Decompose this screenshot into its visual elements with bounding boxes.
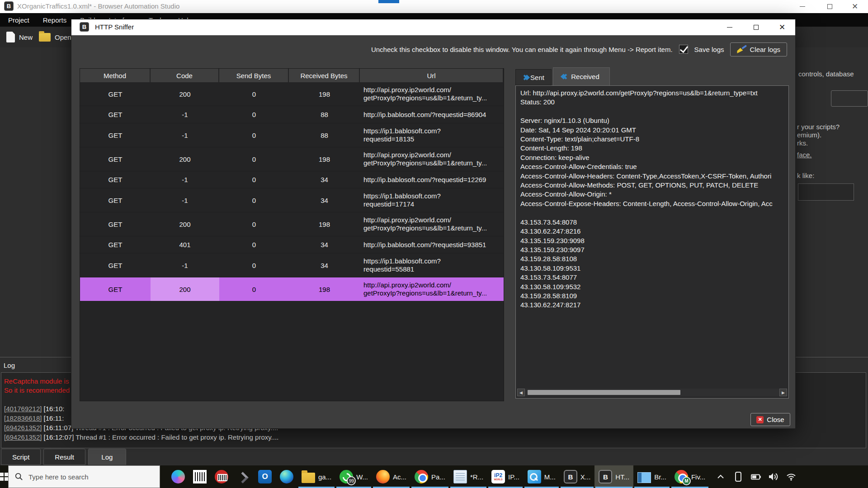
- log-entry-text: [16:11:: [42, 414, 64, 422]
- log-entry: [694261352] [16:12:07] Thread #1 : Error…: [4, 432, 278, 442]
- taskbar-app-edge[interactable]: [276, 465, 297, 488]
- cell-method: GET: [80, 106, 151, 123]
- response-text[interactable]: Url: http://api.proxy.ip2world.com/getPr…: [520, 89, 788, 386]
- window-icon: [637, 472, 651, 483]
- taskbar-app-ip2world[interactable]: IP...: [487, 465, 524, 488]
- taskbar-app-whatsapp[interactable]: 99W...: [335, 465, 372, 488]
- tab-log[interactable]: Log: [88, 449, 126, 465]
- app-label: Ac...: [393, 473, 406, 481]
- cell-code: -1: [151, 171, 219, 188]
- taskbar-app-firefox[interactable]: Ac...: [372, 465, 410, 488]
- save-logs-checkbox[interactable]: [679, 45, 688, 54]
- table-row[interactable]: GET2000198http://api.proxy.ip2world.com/…: [80, 147, 504, 171]
- phone-link-icon[interactable]: [733, 471, 743, 483]
- volume-icon[interactable]: [769, 471, 778, 483]
- table-header-row: MethodCodeSend BytesReceived BytesUrl: [80, 69, 504, 82]
- background-text-fragment: k like:: [797, 172, 814, 179]
- taskbar-app-chrome-m[interactable]: MFiv...: [670, 465, 709, 488]
- background-text-fragment: emium).: [797, 131, 821, 139]
- cell-url: http://ip.bablosoft.com/?requestid=86904: [360, 106, 504, 123]
- taskbar-app-bas[interactable]: HT...: [594, 465, 633, 488]
- tab-sent[interactable]: Sent: [515, 69, 552, 85]
- dialog-titlebar[interactable]: B HTTP Sniffer ✕: [71, 19, 795, 35]
- column-header-received[interactable]: Received Bytes: [289, 69, 360, 82]
- maximize-button[interactable]: [819, 0, 840, 13]
- table-row[interactable]: GET-1034http://ip.bablosoft.com/?request…: [80, 171, 504, 188]
- scrollbar-thumb[interactable]: [528, 390, 680, 395]
- taskbar-app-chrome[interactable]: Pa...: [410, 465, 449, 488]
- close-dialog-button[interactable]: ✕ Close: [750, 413, 790, 426]
- column-header-method[interactable]: Method: [80, 69, 151, 82]
- taskbar-app-monitor[interactable]: M...: [524, 465, 560, 488]
- taskbar-app-scanner[interactable]: [232, 465, 254, 488]
- log-entry-link[interactable]: [694261352]: [4, 424, 42, 432]
- profile-badge: M: [682, 477, 691, 485]
- table-row[interactable]: GET-1034https://ip1.bablosoft.com? reque…: [80, 188, 504, 212]
- menu-item-reports[interactable]: Reports: [38, 13, 72, 27]
- taskbar-search[interactable]: [8, 465, 160, 488]
- minimize-button[interactable]: [792, 0, 813, 13]
- cell-received: 198: [289, 147, 360, 171]
- tab-result[interactable]: Result: [43, 449, 85, 465]
- cell-method: GET: [80, 277, 151, 301]
- taskbar-app-notepad[interactable]: *R...: [449, 465, 487, 488]
- search-input[interactable]: [28, 473, 160, 481]
- dialog-maximize-button[interactable]: [745, 19, 767, 35]
- cell-url: https://ip1.bablosoft.com? requestid=181…: [360, 123, 504, 147]
- table-row[interactable]: GET2000198http://api.proxy.ip2world.com/…: [80, 277, 504, 301]
- table-row[interactable]: GET2000198http://api.proxy.ip2world.com/…: [80, 82, 504, 106]
- cell-code: 200: [151, 277, 219, 301]
- scroll-right-arrow[interactable]: ▶: [779, 389, 787, 396]
- taskbar-app-barcode-red[interactable]: [211, 465, 232, 488]
- app-label: HT...: [615, 473, 629, 481]
- scroll-left-arrow[interactable]: ◀: [517, 389, 525, 396]
- table-row[interactable]: GET-1088http://ip.bablosoft.com/?request…: [80, 106, 504, 123]
- cell-url: http://api.proxy.ip2world.com/ getProxyI…: [360, 212, 504, 236]
- start-button[interactable]: [0, 465, 8, 488]
- close-button[interactable]: ✕: [844, 0, 865, 13]
- horizontal-scrollbar[interactable]: ◀ ▶: [517, 389, 787, 396]
- double-chevron-right-icon: [523, 75, 527, 80]
- cell-code: -1: [151, 123, 219, 147]
- double-chevron-left-icon: [563, 75, 568, 79]
- tab-received[interactable]: Received: [553, 67, 610, 85]
- dialog-minimize-button[interactable]: [719, 19, 741, 35]
- new-button[interactable]: New: [6, 32, 33, 42]
- search-icon: [15, 473, 23, 481]
- log-entry-link[interactable]: [694261352]: [4, 433, 42, 441]
- taskbar-app-bas[interactable]: X...: [560, 465, 595, 488]
- taskbar-app-folder-tb[interactable]: ga...: [297, 465, 335, 488]
- background-input-fragment[interactable]: [798, 183, 854, 201]
- battery-icon[interactable]: [751, 471, 761, 483]
- taskbar-app-copilot[interactable]: [167, 465, 189, 488]
- notepad-icon: [453, 470, 467, 483]
- broom-icon: [737, 45, 746, 54]
- column-header-code[interactable]: Code: [151, 69, 219, 82]
- dialog-close-button[interactable]: ✕: [771, 19, 793, 35]
- wifi-icon[interactable]: [786, 471, 796, 483]
- table-row[interactable]: GET401034http://ip.bablosoft.com/?reques…: [80, 236, 504, 253]
- chevron-up-icon[interactable]: [716, 471, 726, 483]
- column-header-url[interactable]: Url: [360, 69, 504, 82]
- scrollbar-track[interactable]: [525, 389, 779, 396]
- cell-method: GET: [80, 212, 151, 236]
- open-folder-icon: [39, 33, 51, 42]
- column-header-send[interactable]: Send Bytes: [219, 69, 289, 82]
- open-label: Open: [55, 33, 71, 41]
- clear-logs-button[interactable]: Clear logs: [730, 42, 787, 56]
- taskbar-app-outlook[interactable]: [254, 465, 276, 488]
- table-row[interactable]: GET2000198http://api.proxy.ip2world.com/…: [80, 212, 504, 236]
- table-row[interactable]: GET-1034https://ip1.bablosoft.com? reque…: [80, 253, 504, 277]
- open-button[interactable]: Open: [39, 33, 71, 42]
- menu-item-project[interactable]: Project: [3, 13, 35, 27]
- tab-script[interactable]: Script: [1, 449, 41, 465]
- background-text-fragment: r your scripts?: [797, 123, 840, 131]
- log-entry-link[interactable]: [182836618]: [4, 414, 42, 422]
- chrome-m-icon: M: [675, 470, 688, 483]
- taskbar-app-barcode-white[interactable]: [189, 465, 211, 488]
- log-entry-link[interactable]: [401769212]: [4, 405, 42, 413]
- taskbar-app-window[interactable]: Br...: [633, 465, 670, 488]
- table-row[interactable]: GET-1088https://ip1.bablosoft.com? reque…: [80, 123, 504, 147]
- main-window-title: XOrganicTraffics1.0.xml* - Browser Autom…: [17, 2, 179, 10]
- cell-code: 200: [151, 147, 219, 171]
